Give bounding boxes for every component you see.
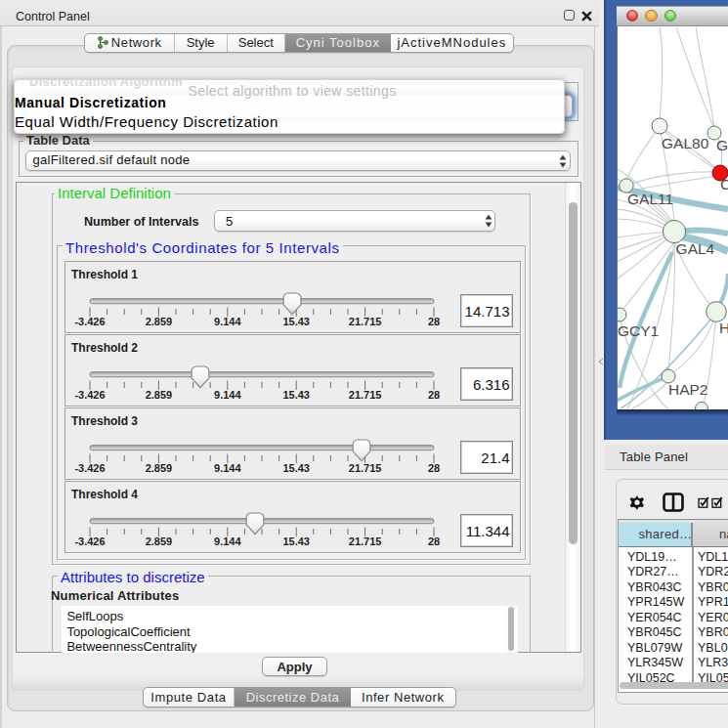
svg-text:HAP2: HAP2 [668, 381, 708, 398]
svg-text:HX: HX [719, 320, 728, 336]
svg-text:GCY1: GCY1 [618, 322, 659, 339]
svg-text:GA: GA [716, 137, 728, 153]
svg-text:GAL11: GAL11 [627, 191, 673, 207]
svg-text:GAL4: GAL4 [676, 240, 715, 257]
svg-text:CD: CD [720, 176, 728, 193]
svg-text:GAL80: GAL80 [662, 135, 709, 151]
